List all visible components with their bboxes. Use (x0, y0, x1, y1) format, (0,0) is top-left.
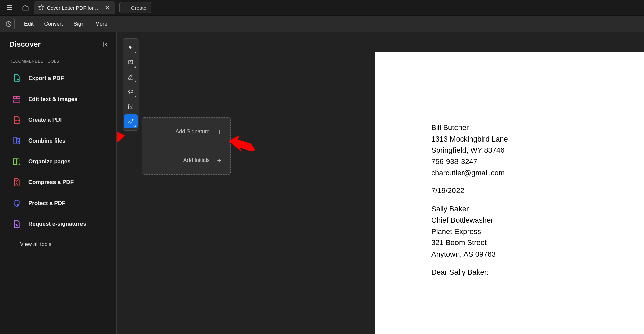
tool-protect-pdf[interactable]: Protect a PDF (9, 194, 110, 212)
sender-citystate: Springfield, WY 83746 (431, 145, 644, 155)
create-button[interactable]: ＋ Create (119, 2, 151, 13)
svg-marker-23 (229, 135, 256, 152)
create-label: Create (131, 5, 146, 11)
date-block: 7/19/2022 (431, 186, 644, 196)
menu-edit[interactable]: Edit (19, 18, 38, 30)
tool-edit-text-images[interactable]: Edit text & images (9, 91, 110, 108)
protect-pdf-icon (12, 199, 21, 208)
add-initials-button[interactable]: Add Initials ＋ (142, 146, 230, 174)
svg-rect-14 (17, 159, 20, 164)
recipient-company: Planet Express (431, 227, 644, 237)
signature-popup: Add Signature ＋ Add Initials ＋ (142, 117, 231, 175)
add-initials-label: Add Initials (183, 157, 210, 163)
tab-title: Cover Letter PDF for Si… (47, 5, 101, 11)
svg-marker-3 (39, 5, 44, 10)
recommended-tools-label: RECOMMENDED TOOLS (9, 59, 110, 64)
svg-rect-16 (18, 205, 19, 206)
lasso-tool-icon[interactable] (124, 85, 138, 99)
sender-email: charcutier@gmail.com (431, 168, 644, 178)
document-page: Bill Butcher 1313 Mockingbird Lane Sprin… (375, 52, 644, 334)
recipient-street: 321 Boom Street (431, 238, 644, 248)
recipient-citystate: Anytown, AS 09763 (431, 249, 644, 259)
plus-icon: ＋ (216, 155, 223, 165)
tool-compress-pdf[interactable]: Compress a PDF (9, 174, 110, 191)
menu-convert[interactable]: Convert (40, 18, 68, 30)
plus-icon: ＋ (123, 5, 129, 11)
menu-sign[interactable]: Sign (69, 18, 89, 30)
home-icon[interactable] (18, 1, 33, 14)
star-icon[interactable] (38, 4, 44, 11)
svg-rect-9 (13, 96, 16, 99)
sender-phone: 756-938-3247 (431, 157, 644, 167)
compress-pdf-icon (12, 178, 21, 187)
svg-text:A: A (130, 105, 132, 108)
plus-icon: ＋ (216, 127, 223, 137)
sender-street: 1313 Mockingbird Lane (431, 134, 644, 144)
add-signature-button[interactable]: Add Signature ＋ (142, 118, 230, 146)
view-all-tools[interactable]: View all tools (9, 236, 110, 247)
sticky-note-tool-icon[interactable] (124, 55, 138, 69)
hamburger-icon[interactable] (2, 1, 17, 14)
tool-label: Protect a PDF (28, 200, 65, 207)
tool-label: Export a PDF (28, 75, 64, 82)
salutation: Dear Sally Baker: (431, 267, 644, 277)
sidebar: Discover RECOMMENDED TOOLS Export a PDF … (0, 32, 117, 334)
highlighter-tool-icon[interactable] (124, 70, 138, 84)
pointer-tool-icon[interactable] (124, 41, 138, 55)
collapse-sidebar-icon[interactable] (101, 40, 110, 49)
edit-text-icon (12, 95, 21, 104)
export-pdf-icon (12, 74, 21, 83)
request-esignatures-icon (12, 219, 21, 229)
document-area: A Add Signature ＋ Add Initials ＋ (117, 32, 644, 334)
annotation-toolbar: A (123, 38, 139, 131)
sidebar-title: Discover (9, 40, 41, 49)
salutation-block: Dear Sally Baker: (431, 267, 644, 277)
sender-block: Bill Butcher 1313 Mockingbird Lane Sprin… (431, 123, 644, 178)
close-icon[interactable] (103, 4, 111, 12)
svg-point-19 (128, 90, 133, 93)
tool-label: Request e-signatures (28, 221, 86, 227)
tool-list: Export a PDF Edit text & images PDF Crea… (9, 70, 110, 233)
recipient-block: Sally Baker Chief Bottlewasher Planet Ex… (431, 204, 644, 259)
svg-rect-13 (13, 159, 16, 164)
text-select-tool-icon[interactable]: A (124, 100, 138, 114)
tool-export-pdf[interactable]: Export a PDF (9, 70, 110, 87)
tool-label: Compress a PDF (28, 179, 74, 186)
tool-label: Combine files (28, 137, 65, 144)
title-bar: Cover Letter PDF for Si… ＋ Create (0, 0, 644, 15)
tool-label: Organize pages (28, 158, 71, 165)
tool-request-esignatures[interactable]: Request e-signatures (9, 215, 110, 233)
combine-files-icon (12, 136, 21, 146)
add-signature-label: Add Signature (176, 129, 210, 135)
letter-date: 7/19/2022 (431, 186, 644, 196)
recent-icon[interactable] (3, 18, 15, 30)
create-pdf-icon: PDF (12, 115, 21, 125)
document-tab[interactable]: Cover Letter PDF for Si… (34, 1, 115, 14)
tool-label: Edit text & images (28, 96, 77, 103)
tool-label: Create a PDF (28, 117, 64, 123)
organize-pages-icon (12, 157, 21, 166)
main-region: Discover RECOMMENDED TOOLS Export a PDF … (0, 32, 644, 334)
tool-create-pdf[interactable]: PDF Create a PDF (9, 111, 110, 129)
svg-text:PDF: PDF (15, 119, 21, 122)
svg-rect-11 (17, 96, 20, 99)
tool-combine-files[interactable]: Combine files (9, 132, 110, 150)
recipient-title: Chief Bottlewasher (431, 215, 644, 225)
recipient-name: Sally Baker (431, 204, 644, 214)
annotation-arrow-right (229, 134, 256, 158)
tool-organize-pages[interactable]: Organize pages (9, 153, 110, 170)
sign-tool-icon[interactable] (124, 114, 138, 128)
menu-more[interactable]: More (91, 18, 112, 30)
svg-marker-22 (117, 130, 125, 147)
sender-name: Bill Butcher (431, 123, 644, 133)
svg-rect-10 (13, 100, 20, 102)
menu-bar: Edit Convert Sign More (0, 15, 644, 32)
annotation-arrow-left (117, 129, 125, 153)
